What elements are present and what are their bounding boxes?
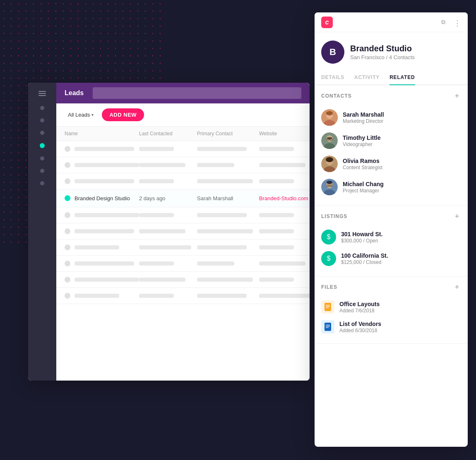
skeleton-date xyxy=(139,294,174,298)
table-row[interactable] xyxy=(56,240,310,256)
listing-meta-2: $125,000 / Closed xyxy=(341,259,388,265)
panel-top-bar: c ⧉ ⋮ xyxy=(315,12,468,32)
tab-activity[interactable]: ACTIVITY xyxy=(354,70,380,85)
tab-details[interactable]: DETAILS xyxy=(321,70,344,85)
external-link-icon[interactable]: ⧉ xyxy=(441,19,449,26)
sidebar-nav-item-3[interactable] xyxy=(40,131,44,135)
row-indicator xyxy=(65,277,70,283)
app-logo: c xyxy=(321,17,333,28)
company-subtitle: San Francisco / 4 Contacts xyxy=(350,54,415,60)
contact-role-timothy: Videographer xyxy=(343,141,381,147)
skeleton-date xyxy=(139,261,174,266)
skeleton-website xyxy=(259,147,294,151)
skeleton-contact xyxy=(197,245,247,249)
row-primary-contact: Sarah Marshall xyxy=(197,195,233,201)
listing-info-2: 100 California St. $125,000 / Closed xyxy=(341,252,388,265)
skeleton-website xyxy=(259,213,294,217)
avatar-michael xyxy=(321,179,338,195)
contact-info-olivia: Olivia Ramos Content Strategist xyxy=(343,158,382,170)
table-row[interactable] xyxy=(56,157,310,173)
listings-title: LISTINGS xyxy=(321,213,347,219)
skeleton-contact xyxy=(197,179,253,183)
skeleton-name xyxy=(75,229,134,233)
table-row[interactable] xyxy=(56,288,310,304)
row-indicator-active xyxy=(65,195,70,201)
skeleton-date xyxy=(139,179,174,183)
skeleton-contact xyxy=(197,213,247,217)
sidebar-nav-item-1[interactable] xyxy=(40,106,44,110)
skeleton-date xyxy=(139,163,185,167)
listing-name-1: 301 Howard St. xyxy=(341,231,382,237)
contact-item-olivia[interactable]: Olivia Ramos Content Strategist xyxy=(321,152,461,175)
all-leads-label: All Leads xyxy=(68,112,90,118)
listings-header: LISTINGS + xyxy=(321,212,461,220)
add-file-button[interactable]: + xyxy=(453,283,461,291)
table-row-active[interactable]: Branded Design Studio 2 days ago Sarah M… xyxy=(56,189,310,207)
svg-rect-33 xyxy=(326,327,329,328)
skeleton-date xyxy=(139,278,185,282)
skeleton-website xyxy=(259,163,305,167)
svg-rect-31 xyxy=(326,325,330,326)
search-bar[interactable] xyxy=(93,87,301,99)
company-info: Branded Studio San Francisco / 4 Contact… xyxy=(350,44,415,60)
table-row[interactable] xyxy=(56,272,310,288)
add-contact-button[interactable]: + xyxy=(453,92,461,100)
row-indicator xyxy=(65,244,70,250)
skeleton-date xyxy=(139,213,174,217)
svg-rect-30 xyxy=(325,323,331,331)
contact-item-michael[interactable]: Michael Chang Project Manager xyxy=(321,175,461,199)
add-listing-button[interactable]: + xyxy=(453,212,461,220)
skeleton-name xyxy=(75,245,119,249)
svg-rect-29 xyxy=(326,307,329,308)
sidebar-menu-icon[interactable] xyxy=(37,89,48,98)
row-indicator xyxy=(65,261,70,266)
all-leads-filter[interactable]: All Leads ▾ xyxy=(65,110,97,120)
skeleton-name xyxy=(75,278,139,282)
table-row[interactable] xyxy=(56,223,310,240)
listing-info-1: 301 Howard St. $300,000 / Open xyxy=(341,231,382,244)
listing-item-1[interactable]: $ 301 Howard St. $300,000 / Open xyxy=(321,226,461,248)
file-info-2: List of Vendors Added 6/30/2018 xyxy=(339,321,381,333)
tab-related[interactable]: RELATED xyxy=(389,70,415,85)
column-name: Name xyxy=(65,131,139,137)
listing-item-2[interactable]: $ 100 California St. $125,000 / Closed xyxy=(321,248,461,269)
row-indicator xyxy=(65,293,70,299)
row-indicator xyxy=(65,228,70,234)
skeleton-name xyxy=(75,179,134,183)
leads-table: Name Last Contacted Primary Contact Webs… xyxy=(56,127,310,304)
table-row[interactable] xyxy=(56,256,310,272)
skeleton-date xyxy=(139,147,174,151)
add-new-button[interactable]: ADD NEW xyxy=(102,108,144,121)
table-row[interactable] xyxy=(56,141,310,157)
file-item-2[interactable]: List of Vendors Added 6/30/2018 xyxy=(321,317,461,337)
company-initial: B xyxy=(329,47,336,58)
sidebar-nav-item-6[interactable] xyxy=(40,169,44,173)
contact-item-timothy[interactable]: Timothy Little Videographer xyxy=(321,129,461,152)
row-website-link[interactable]: Branded-Studio.com xyxy=(259,195,308,201)
company-header: B Branded Studio San Francisco / 4 Conta… xyxy=(315,32,468,64)
skeleton-website xyxy=(259,278,294,282)
panel-tabs: DETAILS ACTIVITY RELATED xyxy=(315,70,468,85)
file-item-1[interactable]: Office Layouts Added 7/6/2018 xyxy=(321,297,461,317)
listings-section: LISTINGS + $ 301 Howard St. $300,000 / O… xyxy=(315,206,468,276)
table-row[interactable] xyxy=(56,207,310,223)
sidebar-nav-item-2[interactable] xyxy=(40,118,44,122)
page-title: Leads xyxy=(65,89,84,97)
sidebar-nav-item-7[interactable] xyxy=(40,181,44,185)
skeleton-website xyxy=(259,261,305,266)
main-content: Leads All Leads ▾ ADD NEW Name Last Cont… xyxy=(56,83,310,381)
sidebar-nav-item-5[interactable] xyxy=(40,156,44,161)
contacts-title: CONTACTS xyxy=(321,93,352,99)
skeleton-date xyxy=(139,245,191,249)
table-row[interactable] xyxy=(56,173,310,189)
contact-name-timothy: Timothy Little xyxy=(343,134,381,141)
contact-item-sarah[interactable]: Sarah Marshall Marketing Director xyxy=(321,106,461,129)
row-indicator xyxy=(65,146,70,152)
contact-info-timothy: Timothy Little Videographer xyxy=(343,134,381,147)
contact-name-sarah: Sarah Marshall xyxy=(343,111,384,118)
sidebar-nav-item-4-active[interactable] xyxy=(40,143,45,148)
contact-name-olivia: Olivia Ramos xyxy=(343,158,382,164)
avatar-michael-svg xyxy=(321,179,338,195)
row-indicator xyxy=(65,162,70,168)
more-options-icon[interactable]: ⋮ xyxy=(454,19,461,26)
